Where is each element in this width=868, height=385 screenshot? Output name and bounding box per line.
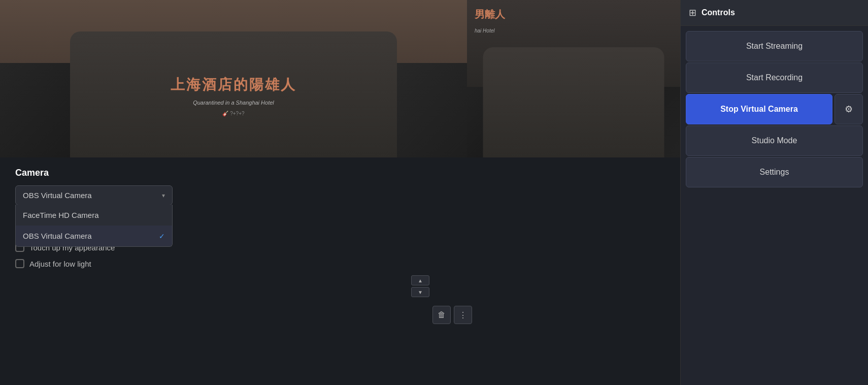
secondary-video-feed: 男離人 hai Hotel — [467, 0, 680, 157]
scene-controls: ▲ ▼ 🗑 ⋮ — [411, 306, 472, 324]
camera-label: Camera — [15, 168, 218, 178]
secondary-hotel-text: hai Hotel — [475, 28, 494, 34]
shirt-region — [70, 31, 397, 157]
secondary-shirt-region — [483, 47, 664, 157]
preview-row: 上海酒店的陽雄人 Quarantined in a Shanghai Hotel… — [0, 0, 680, 157]
main-video-feed: 上海酒店的陽雄人 Quarantined in a Shanghai Hotel… — [0, 0, 467, 157]
camera-dropdown-wrapper: OBS Virtual Camera ▾ FaceTime HD Camera … — [15, 185, 173, 205]
camera-option-obs[interactable]: OBS Virtual Camera ✓ — [16, 226, 172, 246]
arrow-controls: ▲ ▼ — [411, 275, 429, 297]
settings-gear-icon: ⚙ — [845, 104, 853, 115]
stop-virtual-camera-button[interactable]: Stop Virtual Camera — [686, 94, 832, 124]
secondary-chinese-text: 男離人 — [475, 8, 505, 21]
secondary-preview: 男離人 hai Hotel — [467, 0, 680, 157]
right-panel: ⊞ Controls Start Streaming Start Recordi… — [680, 0, 868, 385]
shirt-chinese-text: 上海酒店的陽雄人 — [171, 75, 296, 94]
arrow-up-button[interactable]: ▲ — [411, 275, 429, 285]
studio-mode-button[interactable]: Studio Mode — [686, 125, 863, 156]
arrow-down-button[interactable]: ▼ — [411, 287, 429, 297]
camera-dropdown-menu: FaceTime HD Camera OBS Virtual Camera ✓ — [15, 205, 173, 247]
low-light-checkbox[interactable] — [15, 259, 24, 268]
camera-option-facetime[interactable]: FaceTime HD Camera — [16, 205, 172, 226]
controls-header: ⊞ Controls — [681, 0, 868, 26]
shirt-icons: 🎸 ?+?+? — [222, 111, 244, 116]
shirt-english-text: Quarantined in a Shanghai Hotel — [193, 100, 274, 106]
camera-selected-value: OBS Virtual Camera — [23, 191, 92, 200]
start-streaming-button[interactable]: Start Streaming — [686, 31, 863, 61]
camera-option-obs-label: OBS Virtual Camera — [23, 232, 92, 240]
more-options-button[interactable]: ⋮ — [454, 306, 472, 324]
virtual-camera-row: Stop Virtual Camera ⚙ — [686, 94, 863, 124]
camera-option-facetime-label: FaceTime HD Camera — [23, 211, 98, 219]
low-light-label: Adjust for low light — [29, 260, 91, 268]
low-light-row: Adjust for low light — [15, 259, 218, 268]
settings-button[interactable]: Settings — [686, 157, 863, 187]
trash-button[interactable]: 🗑 — [432, 306, 451, 324]
camera-dropdown[interactable]: OBS Virtual Camera ▾ — [15, 185, 173, 205]
checkmark-icon: ✓ — [159, 232, 165, 240]
dropdown-arrow-icon: ▾ — [162, 192, 165, 199]
bottom-section: Camera OBS Virtual Camera ▾ FaceTime HD … — [0, 157, 680, 385]
main-layout: 上海酒店的陽雄人 Quarantined in a Shanghai Hotel… — [0, 0, 868, 385]
start-recording-button[interactable]: Start Recording — [686, 62, 863, 93]
controls-panel-icon: ⊞ — [689, 7, 696, 18]
controls-buttons: Start Streaming Start Recording Stop Vir… — [681, 26, 868, 192]
main-preview: 上海酒店的陽雄人 Quarantined in a Shanghai Hotel… — [0, 0, 467, 157]
virtual-camera-settings-button[interactable]: ⚙ — [834, 94, 863, 124]
content-area: 上海酒店的陽雄人 Quarantined in a Shanghai Hotel… — [0, 0, 680, 385]
camera-section: Camera OBS Virtual Camera ▾ FaceTime HD … — [15, 168, 218, 375]
controls-title: Controls — [702, 8, 735, 17]
